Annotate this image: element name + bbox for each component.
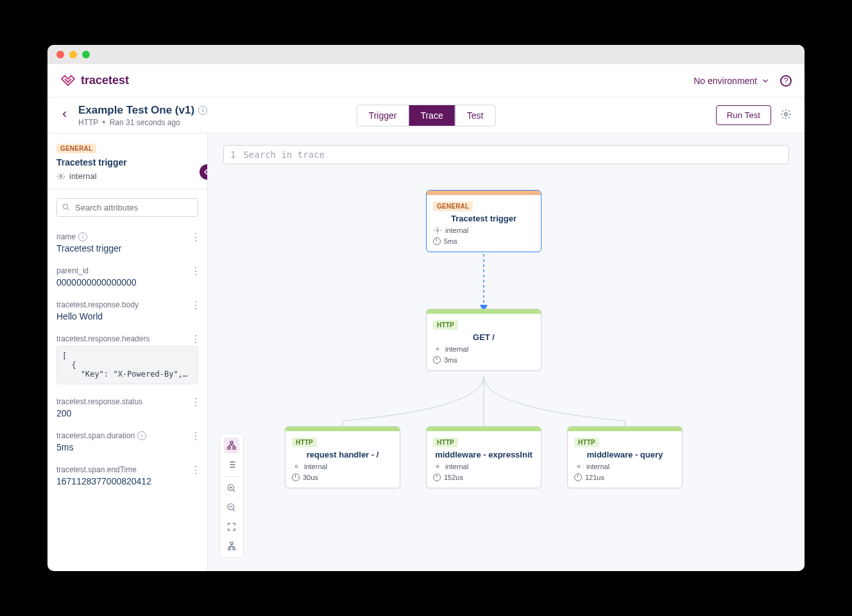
- node-kind: internal: [445, 227, 468, 234]
- svg-point-2: [63, 204, 67, 209]
- svg-rect-15: [233, 548, 235, 550]
- attr-menu-button[interactable]: ⋮: [191, 469, 201, 472]
- node-root[interactable]: GENERAL Tracetest trigger internal 5ms: [426, 190, 541, 252]
- graph-view-button[interactable]: [224, 438, 239, 453]
- environment-selector[interactable]: No environment: [694, 76, 770, 86]
- span-category-badge: GENERAL: [56, 144, 96, 153]
- clock-icon: [433, 474, 441, 481]
- node-badge: GENERAL: [433, 201, 473, 211]
- node-c1[interactable]: HTTP request handler - / internal 30us: [285, 426, 400, 488]
- node-badge: HTTP: [433, 320, 458, 330]
- subheader: Example Test One (v1) i HTTP • Ran 31 se…: [47, 98, 805, 133]
- attr-menu-button[interactable]: ⋮: [191, 401, 201, 404]
- attr-row: nameiTracetest trigger⋮: [47, 226, 207, 260]
- span-header: GENERAL Tracetest trigger internal: [47, 133, 207, 189]
- attr-menu-button[interactable]: ⋮: [191, 338, 201, 341]
- clock-icon: [292, 474, 300, 481]
- gear-icon: [780, 108, 792, 120]
- svg-rect-9: [228, 447, 230, 449]
- attr-menu-button[interactable]: ⋮: [191, 435, 201, 438]
- minimap-button[interactable]: [224, 538, 239, 554]
- trace-search[interactable]: 1 Search in trace: [223, 145, 789, 164]
- page-title-text: Example Test One (v1): [78, 104, 194, 117]
- svg-rect-13: [230, 542, 233, 544]
- view-tabs: Trigger Trace Test: [357, 105, 496, 126]
- node-bar: [427, 191, 541, 195]
- node-c2[interactable]: HTTP middleware - expressInit internal 1…: [426, 426, 541, 488]
- topbar: tracetest No environment ?: [47, 64, 805, 98]
- brand-logo[interactable]: tracetest: [60, 73, 129, 89]
- settings-button[interactable]: [780, 108, 792, 122]
- node-dur: 152us: [444, 474, 463, 481]
- line-number: 1: [230, 150, 235, 160]
- node-dur: 3ms: [444, 356, 457, 364]
- trace-search-placeholder: Search in trace: [243, 150, 324, 160]
- attr-row: tracetest.response.status200⋮: [47, 391, 207, 425]
- span-title: Tracetest trigger: [56, 157, 198, 167]
- body: GENERAL Tracetest trigger internal name: [47, 133, 805, 571]
- attr-menu-button[interactable]: ⋮: [191, 304, 201, 307]
- node-bar: [285, 427, 400, 431]
- gear-icon: [433, 345, 442, 354]
- attr-value: 0000000000000000: [56, 277, 198, 287]
- close-icon[interactable]: [56, 51, 64, 58]
- node-bar: [427, 309, 541, 314]
- zoom-in-button[interactable]: [224, 481, 239, 496]
- svg-rect-14: [228, 548, 230, 550]
- tab-trace[interactable]: Trace: [409, 105, 455, 126]
- attr-value: 200: [56, 408, 198, 418]
- tab-test[interactable]: Test: [456, 105, 495, 126]
- list-view-button[interactable]: [224, 457, 239, 472]
- clock-icon: [433, 237, 441, 245]
- trace-view: 1 Search in trace GENERAL Tracetest trig…: [208, 133, 805, 571]
- info-icon[interactable]: i: [78, 232, 87, 241]
- attr-key: tracetest.response.headers: [56, 334, 198, 343]
- page-subtitle: HTTP • Ran 31 seconds ago: [78, 118, 207, 127]
- attr-code: [ { "Key": "X-Powered-By",…: [56, 346, 198, 384]
- node-bar: [427, 427, 541, 431]
- zoom-out-button[interactable]: [224, 500, 239, 515]
- chevron-down-icon: [761, 76, 770, 85]
- tab-trigger[interactable]: Trigger: [357, 105, 409, 126]
- attr-key: tracetest.span.durationi: [56, 431, 198, 440]
- back-button[interactable]: [60, 108, 69, 122]
- svg-point-6: [436, 465, 439, 468]
- span-kind: internal: [56, 171, 198, 181]
- attr-value: 5ms: [56, 442, 198, 452]
- node-title: middleware - query: [574, 450, 676, 459]
- fit-button[interactable]: [224, 519, 239, 535]
- node-kind: internal: [445, 463, 468, 470]
- attr-key: parent_id: [56, 266, 198, 275]
- attr-row: parent_id0000000000000000⋮: [47, 260, 207, 294]
- attr-search-input[interactable]: [56, 198, 198, 217]
- attr-value: 1671128377000820412: [56, 476, 198, 486]
- attr-menu-button[interactable]: ⋮: [191, 270, 201, 273]
- info-icon[interactable]: i: [198, 106, 207, 115]
- minimize-icon[interactable]: [69, 51, 77, 58]
- attr-row: tracetest.response.headers[ { "Key": "X-…: [47, 328, 207, 391]
- environment-label: No environment: [694, 76, 757, 86]
- node-title: GET /: [433, 332, 534, 342]
- divider: [224, 476, 239, 477]
- node-c3[interactable]: HTTP middleware - query internal 121us: [567, 426, 683, 488]
- node-dur: 121us: [585, 474, 604, 481]
- node-title: Tracetest trigger: [433, 214, 534, 223]
- node-kind: internal: [586, 463, 609, 470]
- chevrons-left-icon: [203, 167, 208, 176]
- page-title: Example Test One (v1) i: [78, 104, 207, 117]
- trace-canvas[interactable]: GENERAL Tracetest trigger internal 5ms H…: [208, 164, 805, 571]
- svg-rect-8: [230, 441, 233, 443]
- svg-point-1: [60, 175, 62, 178]
- node-bar: [568, 427, 682, 431]
- info-icon[interactable]: i: [137, 431, 146, 440]
- logo-icon: [60, 73, 76, 89]
- gear-icon: [292, 462, 301, 471]
- help-icon[interactable]: ?: [780, 75, 792, 87]
- run-test-button[interactable]: Run Test: [716, 105, 771, 125]
- attr-menu-button[interactable]: ⋮: [191, 236, 201, 239]
- attr-row: tracetest.span.endTime167112837700082041…: [47, 459, 207, 493]
- node-http[interactable]: HTTP GET / internal 3ms: [426, 309, 541, 371]
- maximize-icon[interactable]: [82, 51, 90, 58]
- node-title: request handler - /: [292, 450, 393, 459]
- gear-icon: [433, 226, 442, 235]
